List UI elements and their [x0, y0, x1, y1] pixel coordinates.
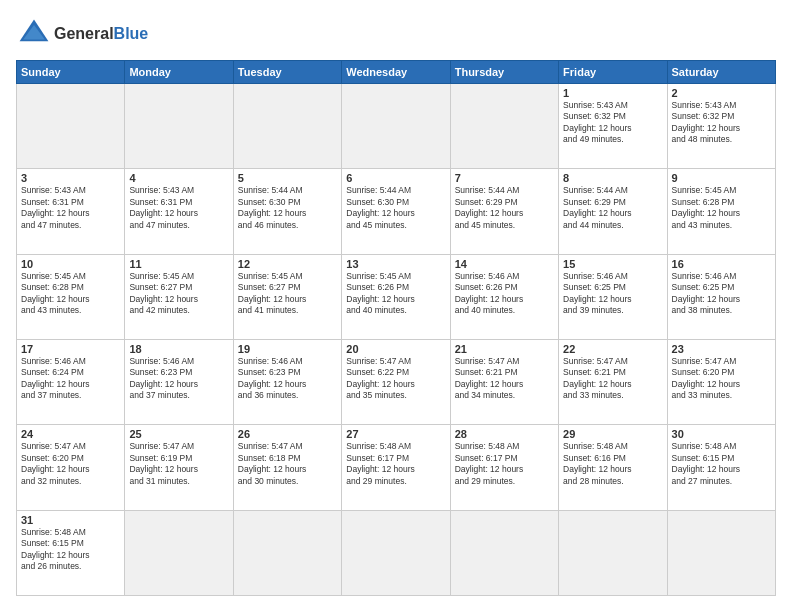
calendar-cell: 12Sunrise: 5:45 AM Sunset: 6:27 PM Dayli… — [233, 254, 341, 339]
calendar-cell: 21Sunrise: 5:47 AM Sunset: 6:21 PM Dayli… — [450, 339, 558, 424]
day-info: Sunrise: 5:48 AM Sunset: 6:16 PM Dayligh… — [563, 441, 662, 487]
day-number: 31 — [21, 514, 120, 526]
week-row-2: 10Sunrise: 5:45 AM Sunset: 6:28 PM Dayli… — [17, 254, 776, 339]
calendar-cell: 13Sunrise: 5:45 AM Sunset: 6:26 PM Dayli… — [342, 254, 450, 339]
calendar-cell: 20Sunrise: 5:47 AM Sunset: 6:22 PM Dayli… — [342, 339, 450, 424]
weekday-header-saturday: Saturday — [667, 61, 775, 84]
calendar-cell: 16Sunrise: 5:46 AM Sunset: 6:25 PM Dayli… — [667, 254, 775, 339]
day-number: 27 — [346, 428, 445, 440]
day-number: 13 — [346, 258, 445, 270]
day-number: 25 — [129, 428, 228, 440]
weekday-header-sunday: Sunday — [17, 61, 125, 84]
calendar-cell — [342, 510, 450, 595]
calendar-cell: 4Sunrise: 5:43 AM Sunset: 6:31 PM Daylig… — [125, 169, 233, 254]
day-info: Sunrise: 5:46 AM Sunset: 6:23 PM Dayligh… — [238, 356, 337, 402]
day-info: Sunrise: 5:45 AM Sunset: 6:27 PM Dayligh… — [238, 271, 337, 317]
day-info: Sunrise: 5:48 AM Sunset: 6:17 PM Dayligh… — [455, 441, 554, 487]
calendar-cell: 22Sunrise: 5:47 AM Sunset: 6:21 PM Dayli… — [559, 339, 667, 424]
day-number: 10 — [21, 258, 120, 270]
calendar-cell: 11Sunrise: 5:45 AM Sunset: 6:27 PM Dayli… — [125, 254, 233, 339]
day-number: 5 — [238, 172, 337, 184]
calendar-cell: 14Sunrise: 5:46 AM Sunset: 6:26 PM Dayli… — [450, 254, 558, 339]
day-number: 1 — [563, 87, 662, 99]
day-info: Sunrise: 5:46 AM Sunset: 6:25 PM Dayligh… — [672, 271, 771, 317]
day-info: Sunrise: 5:44 AM Sunset: 6:29 PM Dayligh… — [455, 185, 554, 231]
calendar-cell: 30Sunrise: 5:48 AM Sunset: 6:15 PM Dayli… — [667, 425, 775, 510]
week-row-3: 17Sunrise: 5:46 AM Sunset: 6:24 PM Dayli… — [17, 339, 776, 424]
calendar-cell — [125, 84, 233, 169]
calendar-cell: 17Sunrise: 5:46 AM Sunset: 6:24 PM Dayli… — [17, 339, 125, 424]
calendar-cell — [233, 84, 341, 169]
calendar-cell — [667, 510, 775, 595]
day-number: 12 — [238, 258, 337, 270]
day-info: Sunrise: 5:43 AM Sunset: 6:31 PM Dayligh… — [129, 185, 228, 231]
logo-icon — [16, 16, 52, 52]
day-info: Sunrise: 5:47 AM Sunset: 6:20 PM Dayligh… — [21, 441, 120, 487]
day-number: 29 — [563, 428, 662, 440]
day-info: Sunrise: 5:48 AM Sunset: 6:15 PM Dayligh… — [672, 441, 771, 487]
calendar-cell: 6Sunrise: 5:44 AM Sunset: 6:30 PM Daylig… — [342, 169, 450, 254]
calendar-cell: 1Sunrise: 5:43 AM Sunset: 6:32 PM Daylig… — [559, 84, 667, 169]
weekday-header-thursday: Thursday — [450, 61, 558, 84]
calendar-cell: 28Sunrise: 5:48 AM Sunset: 6:17 PM Dayli… — [450, 425, 558, 510]
page: GeneralBlue SundayMondayTuesdayWednesday… — [0, 0, 792, 612]
day-number: 15 — [563, 258, 662, 270]
day-number: 19 — [238, 343, 337, 355]
calendar-cell: 9Sunrise: 5:45 AM Sunset: 6:28 PM Daylig… — [667, 169, 775, 254]
day-info: Sunrise: 5:46 AM Sunset: 6:26 PM Dayligh… — [455, 271, 554, 317]
calendar-table: SundayMondayTuesdayWednesdayThursdayFrid… — [16, 60, 776, 596]
day-number: 23 — [672, 343, 771, 355]
day-info: Sunrise: 5:47 AM Sunset: 6:22 PM Dayligh… — [346, 356, 445, 402]
day-number: 18 — [129, 343, 228, 355]
calendar-cell: 15Sunrise: 5:46 AM Sunset: 6:25 PM Dayli… — [559, 254, 667, 339]
calendar-cell: 31Sunrise: 5:48 AM Sunset: 6:15 PM Dayli… — [17, 510, 125, 595]
day-number: 14 — [455, 258, 554, 270]
calendar-cell: 5Sunrise: 5:44 AM Sunset: 6:30 PM Daylig… — [233, 169, 341, 254]
calendar-cell — [450, 84, 558, 169]
day-info: Sunrise: 5:48 AM Sunset: 6:15 PM Dayligh… — [21, 527, 120, 573]
calendar-body: 1Sunrise: 5:43 AM Sunset: 6:32 PM Daylig… — [17, 84, 776, 596]
day-number: 2 — [672, 87, 771, 99]
day-info: Sunrise: 5:48 AM Sunset: 6:17 PM Dayligh… — [346, 441, 445, 487]
calendar-cell: 24Sunrise: 5:47 AM Sunset: 6:20 PM Dayli… — [17, 425, 125, 510]
day-number: 30 — [672, 428, 771, 440]
week-row-0: 1Sunrise: 5:43 AM Sunset: 6:32 PM Daylig… — [17, 84, 776, 169]
calendar-cell — [450, 510, 558, 595]
weekday-header-friday: Friday — [559, 61, 667, 84]
day-info: Sunrise: 5:47 AM Sunset: 6:18 PM Dayligh… — [238, 441, 337, 487]
logo: GeneralBlue — [16, 16, 148, 52]
day-info: Sunrise: 5:46 AM Sunset: 6:25 PM Dayligh… — [563, 271, 662, 317]
day-info: Sunrise: 5:47 AM Sunset: 6:21 PM Dayligh… — [455, 356, 554, 402]
day-number: 26 — [238, 428, 337, 440]
calendar-cell — [233, 510, 341, 595]
calendar-cell — [17, 84, 125, 169]
calendar-cell: 27Sunrise: 5:48 AM Sunset: 6:17 PM Dayli… — [342, 425, 450, 510]
day-number: 7 — [455, 172, 554, 184]
week-row-4: 24Sunrise: 5:47 AM Sunset: 6:20 PM Dayli… — [17, 425, 776, 510]
calendar-cell — [559, 510, 667, 595]
day-info: Sunrise: 5:44 AM Sunset: 6:30 PM Dayligh… — [346, 185, 445, 231]
day-number: 11 — [129, 258, 228, 270]
calendar-cell — [125, 510, 233, 595]
logo-text: GeneralBlue — [54, 25, 148, 43]
header: GeneralBlue — [16, 16, 776, 52]
calendar-cell — [342, 84, 450, 169]
calendar-cell: 2Sunrise: 5:43 AM Sunset: 6:32 PM Daylig… — [667, 84, 775, 169]
day-info: Sunrise: 5:47 AM Sunset: 6:19 PM Dayligh… — [129, 441, 228, 487]
weekday-header-wednesday: Wednesday — [342, 61, 450, 84]
day-info: Sunrise: 5:43 AM Sunset: 6:32 PM Dayligh… — [672, 100, 771, 146]
calendar-cell: 7Sunrise: 5:44 AM Sunset: 6:29 PM Daylig… — [450, 169, 558, 254]
calendar-cell: 29Sunrise: 5:48 AM Sunset: 6:16 PM Dayli… — [559, 425, 667, 510]
calendar-header: SundayMondayTuesdayWednesdayThursdayFrid… — [17, 61, 776, 84]
day-number: 21 — [455, 343, 554, 355]
day-number: 3 — [21, 172, 120, 184]
weekday-header-row: SundayMondayTuesdayWednesdayThursdayFrid… — [17, 61, 776, 84]
day-number: 22 — [563, 343, 662, 355]
calendar-cell: 8Sunrise: 5:44 AM Sunset: 6:29 PM Daylig… — [559, 169, 667, 254]
week-row-1: 3Sunrise: 5:43 AM Sunset: 6:31 PM Daylig… — [17, 169, 776, 254]
day-info: Sunrise: 5:47 AM Sunset: 6:20 PM Dayligh… — [672, 356, 771, 402]
day-info: Sunrise: 5:45 AM Sunset: 6:28 PM Dayligh… — [672, 185, 771, 231]
day-number: 20 — [346, 343, 445, 355]
day-number: 28 — [455, 428, 554, 440]
day-number: 4 — [129, 172, 228, 184]
